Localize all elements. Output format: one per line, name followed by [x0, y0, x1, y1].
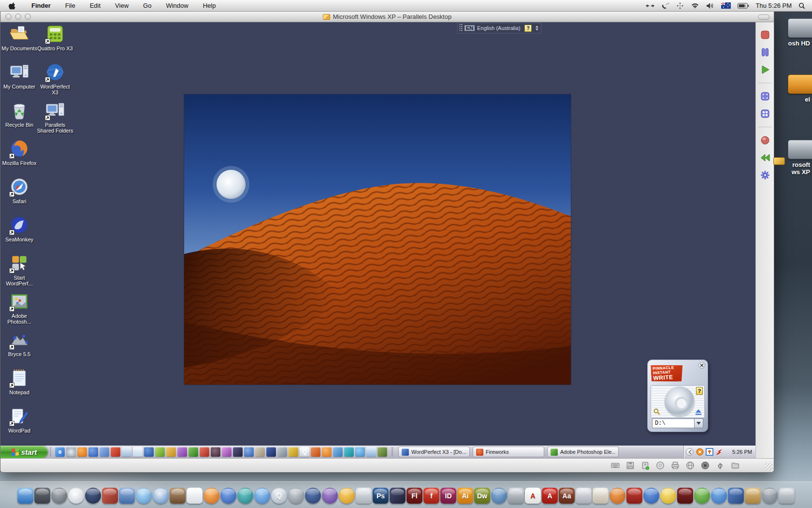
- dock-trash[interactable]: [779, 488, 795, 504]
- dock-acrobat-reader[interactable]: A: [525, 488, 541, 504]
- ql-elements-box[interactable]: [311, 447, 320, 457]
- vm-window-mode-button[interactable]: [759, 108, 771, 120]
- menu-item[interactable]: Go: [136, 0, 159, 12]
- language-label[interactable]: English (Australia): [477, 25, 524, 31]
- dock-mail[interactable]: [119, 488, 135, 504]
- apple-menu-icon[interactable]: [9, 2, 16, 10]
- dock-icon-blue-orb2[interactable]: [643, 488, 659, 504]
- menu-bar-clock[interactable]: Thu 5:26 PM: [756, 2, 792, 9]
- ql-paradox[interactable]: [177, 447, 187, 457]
- mozilla-firefox[interactable]: Mozilla Firefox: [1, 138, 37, 176]
- ql-document[interactable]: [122, 447, 131, 457]
- dock-scanner[interactable]: [356, 488, 372, 504]
- dock-flash[interactable]: Fl: [406, 488, 422, 504]
- dock-dreamweaver[interactable]: Dw: [474, 488, 490, 504]
- tray-clock[interactable]: 5:26 PM: [732, 449, 752, 455]
- shared-folder-status-icon[interactable]: [730, 461, 740, 470]
- close-window-button[interactable]: [5, 14, 12, 20]
- network-status-icon[interactable]: [685, 461, 695, 470]
- volume-icon[interactable]: [706, 2, 714, 9]
- dock-illustrator[interactable]: Ai: [457, 488, 473, 504]
- drive-select-dropdown[interactable]: [694, 418, 703, 428]
- dock-icon-orange-orb[interactable]: [609, 488, 625, 504]
- language-bar-gripper[interactable]: [459, 24, 463, 32]
- dock-dvd-player[interactable]: [576, 488, 592, 504]
- sync-arrows-icon[interactable]: [645, 2, 655, 9]
- task-button[interactable]: WordPerfect X3 - [Do...: [398, 447, 470, 457]
- ql-space-photo[interactable]: [233, 447, 243, 457]
- task-button[interactable]: Fireworks: [473, 447, 544, 457]
- airport-dots-icon[interactable]: [676, 2, 684, 9]
- ql-thunderbird[interactable]: [88, 447, 98, 457]
- ql-photoshop-elements[interactable]: [188, 447, 198, 457]
- ql-doc-pencil[interactable]: [366, 447, 376, 457]
- ql-app-window[interactable]: [333, 447, 343, 457]
- spotlight-icon[interactable]: [798, 2, 805, 9]
- quattro-pro-x3[interactable]: Quattro Pro X3: [37, 23, 73, 61]
- ql-internet-explorer[interactable]: e: [55, 447, 65, 457]
- vm-pause-button[interactable]: [759, 46, 771, 58]
- floppy-status-icon[interactable]: [625, 461, 635, 470]
- dock-icon-green-orb[interactable]: [694, 488, 710, 504]
- resize-grip[interactable]: [765, 463, 772, 471]
- tray-alert-icon[interactable]: [696, 448, 704, 456]
- dock-address-book[interactable]: [170, 488, 186, 504]
- mac-drive-icon[interactable]: el: [775, 75, 812, 103]
- vm-revert-button[interactable]: [759, 152, 771, 164]
- ql-presentations[interactable]: [166, 447, 176, 457]
- dock-icon-darkred-tile[interactable]: [677, 488, 693, 504]
- dock-dictionary[interactable]: Aa: [559, 488, 575, 504]
- ql-photo-tool[interactable]: [377, 447, 387, 457]
- dock-quicktime[interactable]: Q: [271, 488, 287, 504]
- menu-item[interactable]: File: [58, 0, 83, 12]
- dock-icon-azure-orb[interactable]: [711, 488, 727, 504]
- dock-icon-blue-cube[interactable]: [728, 488, 744, 504]
- harddisk-status-icon[interactable]: [640, 461, 650, 470]
- wordpad[interactable]: WordPad: [1, 405, 37, 444]
- vm-stop-button[interactable]: [759, 29, 771, 41]
- ql-q-box[interactable]: Q: [300, 447, 309, 457]
- sound-status-icon[interactable]: [700, 461, 710, 470]
- ql-scissors-figure[interactable]: [289, 447, 298, 457]
- menu-item[interactable]: Finder: [24, 0, 58, 12]
- ql-acrobat[interactable]: [111, 447, 120, 457]
- vm-play-button[interactable]: [759, 64, 771, 75]
- dock-icon-teal-orb[interactable]: [237, 488, 253, 504]
- dock-icon-star[interactable]: [288, 488, 304, 504]
- dock-icon-dark-orb[interactable]: [85, 488, 101, 504]
- vm-record-button[interactable]: [759, 134, 771, 146]
- printer-status-icon[interactable]: [670, 461, 680, 470]
- help-icon[interactable]: ?: [696, 387, 703, 395]
- notepad[interactable]: Notepad: [1, 367, 37, 405]
- vm-divider[interactable]: [759, 83, 771, 83]
- dock-icon-disc[interactable]: [68, 488, 84, 504]
- drive-select-value[interactable]: D:\: [652, 418, 694, 428]
- toolbar-pill-button[interactable]: [758, 15, 769, 20]
- dock-firefox[interactable]: [203, 488, 219, 504]
- dock-icon-dark-pad[interactable]: [34, 488, 50, 504]
- ql-mail[interactable]: [100, 447, 109, 457]
- vm-divider[interactable]: [759, 127, 771, 127]
- quick-launch-gripper[interactable]: [50, 448, 51, 456]
- modem-phone-icon[interactable]: [662, 2, 669, 9]
- dock-icon-easel[interactable]: [593, 488, 609, 504]
- ql-wordperfect[interactable]: [144, 447, 154, 457]
- task-button[interactable]: Adobe Photoshop Ele...: [547, 447, 619, 457]
- wifi-icon[interactable]: [691, 2, 699, 9]
- dock-icon-metal-box[interactable]: [508, 488, 524, 504]
- battery-icon[interactable]: [738, 2, 749, 9]
- ql-firefox[interactable]: [77, 447, 87, 457]
- ql-media-player[interactable]: [322, 447, 332, 457]
- ql-diamond-app[interactable]: [222, 447, 232, 457]
- menu-item[interactable]: Help: [196, 0, 223, 12]
- recycle-bin[interactable]: Recycle Bin: [1, 100, 37, 138]
- mac-drive-icon[interactable]: rosoft ws XP: [775, 140, 812, 176]
- dock-photoshop[interactable]: Ps: [373, 488, 389, 504]
- menu-item[interactable]: Edit: [83, 0, 108, 12]
- keyboard-status-icon[interactable]: [610, 461, 620, 470]
- dock-toast[interactable]: [339, 488, 355, 504]
- ql-paint-app[interactable]: [200, 447, 209, 457]
- dock-icon-lightblue-orb[interactable]: [136, 488, 152, 504]
- ql-quattro-pro[interactable]: [155, 447, 165, 457]
- ql-globe-face[interactable]: [244, 447, 254, 457]
